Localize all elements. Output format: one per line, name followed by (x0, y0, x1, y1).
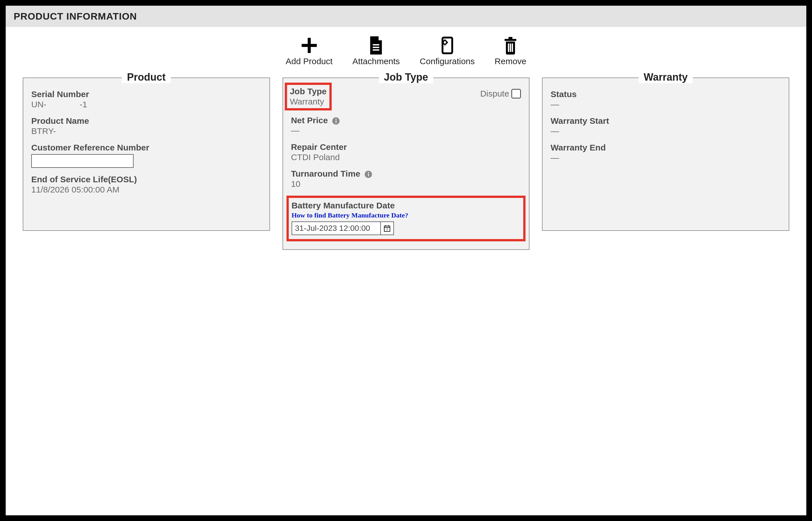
jobtype-legend: Job Type (379, 71, 433, 83)
document-icon (368, 36, 384, 55)
gear-device-icon (440, 36, 455, 55)
svg-rect-5 (373, 49, 380, 51)
section-title: PRODUCT INFORMATION (14, 11, 137, 22)
repair-center-label: Repair Center (291, 142, 521, 152)
product-panel: Product Serial Number UN- -1 Product Nam… (23, 77, 270, 231)
warranty-legend: Warranty (639, 71, 693, 83)
product-name-value: BTRY- (31, 126, 261, 136)
svg-marker-2 (379, 36, 382, 40)
section-header: PRODUCT INFORMATION (6, 6, 806, 27)
configurations-button[interactable]: Configurations (420, 36, 475, 66)
warranty-status-value: — (551, 100, 781, 109)
jobtype-value: Warranty (290, 97, 326, 107)
configurations-label: Configurations (420, 56, 475, 66)
product-name-label: Product Name (31, 116, 261, 126)
customer-reference-label: Customer Reference Number (31, 143, 261, 153)
eosl-value: 11/8/2026 05:00:00 AM (31, 185, 261, 195)
svg-rect-15 (510, 43, 511, 52)
turnaround-label: Turnaround Time (291, 169, 521, 179)
attachments-button[interactable]: Attachments (352, 36, 400, 66)
svg-rect-1 (302, 44, 317, 47)
attachments-label: Attachments (352, 56, 400, 66)
add-product-label: Add Product (286, 56, 333, 66)
remove-label: Remove (494, 56, 526, 66)
calendar-icon[interactable]: 2 (380, 222, 393, 234)
turnaround-value: 10 (291, 179, 521, 189)
serial-number-value: UN- -1 (31, 100, 261, 109)
turnaround-label-text: Turnaround Time (291, 169, 360, 178)
toolbar: Add Product Attachments Configurations R… (6, 27, 806, 77)
warranty-start-value: — (551, 126, 781, 136)
netprice-label: Net Price (291, 116, 521, 125)
add-product-button[interactable]: Add Product (286, 36, 333, 66)
netprice-label-text: Net Price (291, 116, 328, 125)
warranty-start-label: Warranty Start (551, 116, 781, 126)
dispute-label: Dispute (480, 89, 509, 98)
battery-date-value: 31-Jul-2023 12:00:00 (292, 222, 380, 234)
repair-center-value: CTDI Poland (291, 153, 521, 162)
dispute-wrap: Dispute (480, 89, 521, 98)
svg-rect-4 (373, 47, 380, 48)
svg-rect-18 (336, 120, 337, 123)
warranty-panel: Warranty Status — Warranty Start — Warra… (542, 77, 789, 231)
svg-rect-3 (373, 44, 380, 45)
svg-point-7 (443, 41, 447, 44)
battery-date-input[interactable]: 31-Jul-2023 12:00:00 2 (292, 222, 394, 235)
serial-number-label: Serial Number (31, 89, 261, 99)
eosl-label: End of Service Life(EOSL) (31, 175, 261, 184)
product-legend: Product (122, 71, 171, 83)
svg-text:2: 2 (386, 228, 388, 231)
jobtype-highlight: Job Type Warranty (285, 83, 332, 110)
info-icon[interactable] (364, 171, 372, 178)
trash-icon (503, 36, 518, 55)
svg-rect-14 (508, 43, 509, 52)
info-icon[interactable] (332, 117, 340, 125)
svg-point-19 (335, 119, 337, 120)
battery-help-link[interactable]: How to find Battery Manufacture Date? (292, 211, 521, 219)
customer-reference-input[interactable] (31, 154, 133, 168)
dispute-checkbox[interactable] (511, 89, 521, 98)
battery-date-label: Battery Manufacture Date (292, 201, 521, 210)
warranty-end-label: Warranty End (551, 143, 781, 153)
netprice-value: — (291, 126, 521, 135)
warranty-status-label: Status (551, 89, 781, 99)
svg-point-22 (368, 172, 369, 173)
plus-icon (300, 36, 318, 55)
jobtype-label: Job Type (290, 87, 326, 96)
svg-rect-12 (505, 39, 516, 41)
svg-rect-13 (509, 37, 512, 39)
battery-highlight: Battery Manufacture Date How to find Bat… (286, 196, 526, 241)
svg-rect-6 (442, 38, 452, 53)
warranty-end-value: — (551, 153, 781, 163)
jobtype-panel: Job Type Job Type Warranty Dispute Net P… (282, 77, 530, 250)
svg-rect-16 (512, 43, 513, 52)
remove-button[interactable]: Remove (494, 36, 526, 66)
svg-rect-21 (368, 174, 369, 176)
